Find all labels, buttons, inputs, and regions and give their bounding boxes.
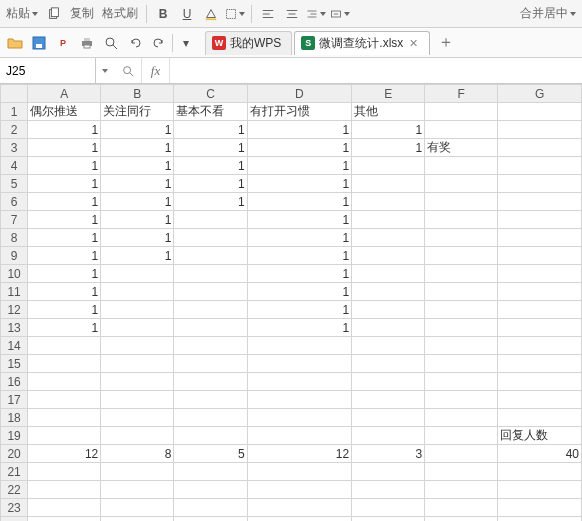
cell[interactable]: [498, 319, 582, 337]
bold-icon[interactable]: B: [153, 4, 173, 24]
cell[interactable]: 1: [28, 211, 101, 229]
cell[interactable]: 1: [352, 139, 425, 157]
cell[interactable]: [425, 445, 498, 463]
cell[interactable]: 1: [101, 139, 174, 157]
cell[interactable]: [247, 481, 351, 499]
cell[interactable]: [352, 373, 425, 391]
cell[interactable]: 有打开习惯: [247, 103, 351, 121]
cell[interactable]: 12: [28, 445, 101, 463]
cell[interactable]: [28, 391, 101, 409]
row-header[interactable]: 23: [1, 499, 28, 517]
row-header[interactable]: 1: [1, 103, 28, 121]
row-header[interactable]: 20: [1, 445, 28, 463]
cell[interactable]: [352, 211, 425, 229]
redo-icon[interactable]: [148, 32, 170, 54]
cell[interactable]: [425, 121, 498, 139]
cell[interactable]: [174, 373, 247, 391]
row-header[interactable]: 3: [1, 139, 28, 157]
cell[interactable]: 关注同行: [101, 103, 174, 121]
select-all-corner[interactable]: [1, 85, 28, 103]
cell[interactable]: 1: [101, 211, 174, 229]
cell[interactable]: 1: [28, 193, 101, 211]
cell[interactable]: [425, 247, 498, 265]
tab-active-file[interactable]: S 微调查统计.xlsx ✕: [294, 31, 430, 55]
cell[interactable]: [352, 319, 425, 337]
row-header[interactable]: 9: [1, 247, 28, 265]
cell[interactable]: [174, 517, 247, 522]
cell[interactable]: 8: [101, 445, 174, 463]
cell[interactable]: 1: [247, 175, 351, 193]
cell[interactable]: [101, 301, 174, 319]
cell[interactable]: 1: [247, 265, 351, 283]
cell[interactable]: [174, 499, 247, 517]
cell[interactable]: 1: [28, 265, 101, 283]
cell[interactable]: [425, 229, 498, 247]
cell[interactable]: 回复人数: [498, 427, 582, 445]
cell[interactable]: [498, 481, 582, 499]
col-header[interactable]: D: [247, 85, 351, 103]
cell[interactable]: [352, 427, 425, 445]
format-painter-label[interactable]: 格式刷: [100, 5, 140, 22]
quickbar-more-icon[interactable]: ▾: [175, 32, 197, 54]
cell[interactable]: [101, 265, 174, 283]
cell[interactable]: [352, 409, 425, 427]
add-tab-button[interactable]: ＋: [436, 33, 456, 53]
cell[interactable]: 偶尔推送: [28, 103, 101, 121]
row-header[interactable]: 7: [1, 211, 28, 229]
cell[interactable]: [498, 247, 582, 265]
cell[interactable]: 1: [247, 301, 351, 319]
cell[interactable]: [101, 337, 174, 355]
cell[interactable]: [352, 229, 425, 247]
cell[interactable]: [498, 463, 582, 481]
cell[interactable]: [352, 499, 425, 517]
cell[interactable]: 12: [247, 445, 351, 463]
spreadsheet-grid[interactable]: A B C D E F G 1偶尔推送关注同行基本不看有打开习惯其他211111…: [0, 84, 582, 521]
formula-input[interactable]: [170, 58, 582, 83]
print-preview-icon[interactable]: [100, 32, 122, 54]
cell[interactable]: 1: [247, 193, 351, 211]
cell[interactable]: [174, 229, 247, 247]
cell[interactable]: [174, 283, 247, 301]
cell[interactable]: 1: [247, 211, 351, 229]
cell[interactable]: [101, 427, 174, 445]
row-header[interactable]: 19: [1, 427, 28, 445]
cell[interactable]: [352, 337, 425, 355]
cell[interactable]: 1: [247, 229, 351, 247]
cell[interactable]: [498, 517, 582, 522]
cell[interactable]: [425, 517, 498, 522]
cell[interactable]: [101, 517, 174, 522]
cell[interactable]: 1: [101, 157, 174, 175]
cell[interactable]: 1: [101, 247, 174, 265]
cell[interactable]: [425, 319, 498, 337]
cell[interactable]: [425, 283, 498, 301]
open-icon[interactable]: [4, 32, 26, 54]
merge-center-label[interactable]: 合并居中: [518, 5, 578, 22]
cell[interactable]: 1: [28, 301, 101, 319]
cell[interactable]: [498, 265, 582, 283]
cell[interactable]: [247, 337, 351, 355]
cell[interactable]: 1: [28, 283, 101, 301]
cell[interactable]: [352, 355, 425, 373]
cell[interactable]: 1: [174, 157, 247, 175]
cell[interactable]: [28, 499, 101, 517]
cell[interactable]: [425, 373, 498, 391]
row-header[interactable]: 5: [1, 175, 28, 193]
paste-button[interactable]: 粘贴: [4, 5, 40, 22]
cell[interactable]: [101, 409, 174, 427]
cell[interactable]: [498, 157, 582, 175]
cell[interactable]: [28, 355, 101, 373]
cell[interactable]: [247, 463, 351, 481]
row-header[interactable]: 17: [1, 391, 28, 409]
cell[interactable]: [425, 193, 498, 211]
undo-icon[interactable]: [124, 32, 146, 54]
cell[interactable]: [498, 121, 582, 139]
cell[interactable]: [174, 337, 247, 355]
cell[interactable]: 1: [28, 139, 101, 157]
cell[interactable]: [247, 517, 351, 522]
cell[interactable]: [498, 499, 582, 517]
cell[interactable]: [28, 517, 101, 522]
row-header[interactable]: 11: [1, 283, 28, 301]
cell[interactable]: 有奖: [425, 139, 498, 157]
cell[interactable]: [425, 211, 498, 229]
cell[interactable]: 1: [174, 175, 247, 193]
